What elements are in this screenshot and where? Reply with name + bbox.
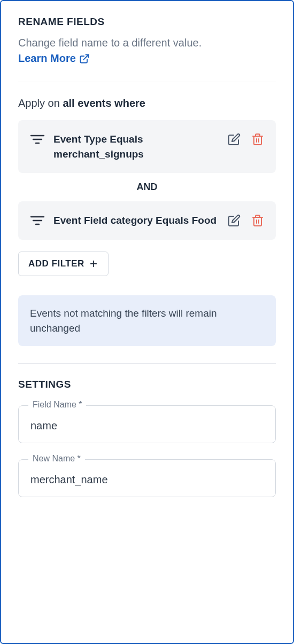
edit-icon (228, 133, 241, 146)
divider (18, 82, 276, 82)
filter-icon (30, 134, 45, 147)
filter-text: Event Type Equals merchant_signups (53, 132, 218, 161)
trash-icon (251, 133, 264, 146)
field-name-group: Field Name * (18, 405, 276, 443)
panel-description: Change field name to a different value. (18, 35, 276, 50)
add-filter-label: ADD FILTER (28, 258, 84, 269)
edit-icon (228, 214, 241, 227)
panel-title: RENAME FIELDS (18, 16, 276, 28)
divider (18, 363, 276, 364)
filter-card: Event Type Equals merchant_signups (18, 120, 276, 173)
svg-line-0 (83, 54, 88, 59)
filter-card: Event Field category Equals Food (18, 201, 276, 240)
filter-icon (30, 215, 45, 228)
new-name-label: New Name * (28, 454, 85, 464)
filter-connector: AND (18, 182, 276, 193)
edit-filter-button[interactable] (227, 213, 242, 228)
trash-icon (251, 214, 264, 227)
plus-icon (89, 259, 98, 269)
apply-on-text: Apply on all events where (18, 97, 276, 109)
field-name-label: Field Name * (28, 400, 86, 410)
new-name-input[interactable] (30, 474, 264, 486)
learn-more-link[interactable]: Learn More (18, 52, 90, 65)
filter-actions (227, 213, 265, 228)
add-filter-button[interactable]: ADD FILTER (18, 252, 109, 276)
edit-filter-button[interactable] (227, 132, 242, 147)
new-name-group: New Name * (18, 459, 276, 497)
filter-text: Event Field category Equals Food (53, 213, 218, 228)
filter-info-box: Events not matching the filters will rem… (18, 295, 276, 346)
delete-filter-button[interactable] (250, 213, 265, 228)
settings-title: SETTINGS (18, 379, 276, 390)
filter-actions (227, 132, 265, 147)
delete-filter-button[interactable] (250, 132, 265, 147)
learn-more-label: Learn More (18, 52, 76, 65)
field-name-input[interactable] (30, 420, 264, 432)
external-link-icon (79, 53, 90, 64)
rename-fields-panel: RENAME FIELDS Change field name to a dif… (0, 0, 294, 644)
